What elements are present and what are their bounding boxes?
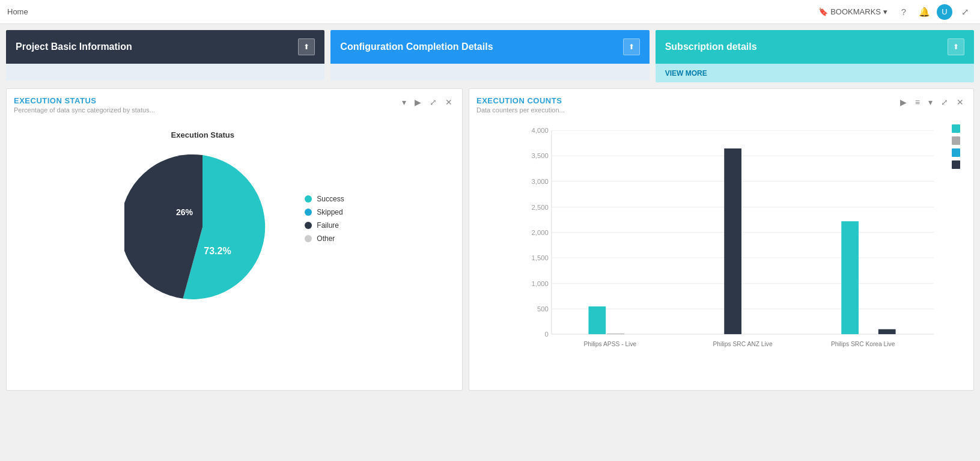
bar-korea-success <box>841 221 859 334</box>
execution-status-header-left: EXECUTION STATUS Percentage of data sync… <box>14 96 155 114</box>
view-more-link[interactable]: VIEW MORE <box>665 69 707 78</box>
legend-success-dot <box>305 195 312 203</box>
subscription-details-card: Subscription details ⬆ VIEW MORE <box>656 30 974 82</box>
cards-row: Project Basic Information ⬆ Configuratio… <box>6 30 974 82</box>
x-label-apss: Philips APSS - Live <box>583 341 636 347</box>
bar-chart-svg: 0 500 1,000 1,500 2,000 2,500 3,000 3,50… <box>513 124 948 359</box>
pie-svg: 73.2% 26% <box>124 149 281 305</box>
bookmarks-button[interactable]: 🔖 BOOKMARKS ▾ <box>815 5 891 19</box>
help-icon[interactable]: ? <box>896 4 912 20</box>
execution-counts-chevron-btn[interactable]: ▾ <box>926 96 935 108</box>
home-label: Home <box>7 7 28 16</box>
y-label-0: 0 <box>544 331 548 338</box>
execution-counts-header: EXECUTION COUNTS Data counters per execu… <box>476 96 966 114</box>
pie-legend: Success Skipped Failure Other <box>305 195 344 243</box>
legend-success-label: Success <box>317 195 344 203</box>
y-label-2000: 2,000 <box>532 229 549 236</box>
bookmark-icon: 🔖 <box>818 7 828 16</box>
config-completion-card: Configuration Completion Details ⬆ <box>330 30 649 82</box>
execution-status-title: EXECUTION STATUS <box>14 96 155 105</box>
execution-status-header: EXECUTION STATUS Percentage of data sync… <box>14 96 455 114</box>
legend-other: Other <box>305 234 344 243</box>
execution-status-close-btn[interactable]: ✕ <box>443 96 455 108</box>
subscription-details-collapse-btn[interactable]: ⬆ <box>948 38 964 55</box>
project-basic-info-body <box>6 64 324 81</box>
execution-status-expand-btn[interactable]: ⤢ <box>427 96 439 108</box>
bar-legend-blue <box>952 148 960 157</box>
bar-legend-teal <box>952 124 960 133</box>
execution-counts-title: EXECUTION COUNTS <box>476 96 565 105</box>
bar-apss-skipped <box>607 334 624 334</box>
pie-container: Execution Status 73.2% <box>14 118 455 319</box>
bar-anz-failure <box>724 148 741 334</box>
pie-chart-title-area: Execution Status 73.2% <box>124 130 281 307</box>
config-completion-header: Configuration Completion Details ⬆ <box>330 30 649 64</box>
bar-korea-failure <box>878 329 896 334</box>
execution-counts-subtitle: Data counters per execution... <box>476 106 565 114</box>
execution-counts-controls: ▶ ≡ ▾ ⤢ ✕ <box>898 96 966 108</box>
execution-counts-menu-btn[interactable]: ≡ <box>913 96 922 108</box>
execution-counts-close-btn[interactable]: ✕ <box>954 96 966 108</box>
main-content: Project Basic Information ⬆ Configuratio… <box>0 24 980 397</box>
x-label-korea: Philips SRC Korea Live <box>831 341 895 347</box>
bell-icon[interactable]: 🔔 <box>916 4 932 20</box>
y-label-2500: 2,500 <box>532 204 549 211</box>
y-label-1000: 1,000 <box>532 280 549 287</box>
execution-counts-play-btn[interactable]: ▶ <box>898 96 909 108</box>
bar-legend-dark <box>952 160 960 169</box>
bar-apss-success <box>588 307 606 334</box>
legend-failure: Failure <box>305 221 344 230</box>
pie-success-label: 73.2% <box>204 246 231 256</box>
execution-status-controls: ▾ ▶ ⤢ ✕ <box>400 96 455 108</box>
expand-icon[interactable]: ⤢ <box>957 4 973 20</box>
subscription-details-body: VIEW MORE <box>656 64 974 82</box>
project-basic-info-header: Project Basic Information ⬆ <box>6 30 324 64</box>
config-completion-body <box>330 64 649 81</box>
legend-skipped: Skipped <box>305 208 344 216</box>
execution-counts-panel: EXECUTION COUNTS Data counters per execu… <box>469 88 974 391</box>
bar-chart-area: 0 500 1,000 1,500 2,000 2,500 3,000 3,50… <box>476 118 966 383</box>
y-label-3000: 3,000 <box>532 178 549 185</box>
execution-counts-header-left: EXECUTION COUNTS Data counters per execu… <box>476 96 565 114</box>
charts-row: EXECUTION STATUS Percentage of data sync… <box>6 88 974 391</box>
legend-success: Success <box>305 195 344 203</box>
bar-legend <box>952 124 960 169</box>
execution-status-chevron-btn[interactable]: ▾ <box>400 96 409 108</box>
subscription-details-title: Subscription details <box>665 41 757 52</box>
legend-skipped-label: Skipped <box>317 208 342 216</box>
config-completion-collapse-btn[interactable]: ⬆ <box>623 38 640 55</box>
y-label-500: 500 <box>537 305 549 313</box>
user-avatar[interactable]: U <box>937 4 952 20</box>
legend-failure-dot <box>305 222 312 229</box>
subscription-details-header: Subscription details ⬆ <box>656 30 974 64</box>
execution-status-panel: EXECUTION STATUS Percentage of data sync… <box>6 88 463 391</box>
execution-counts-expand-btn[interactable]: ⤢ <box>939 96 951 108</box>
pie-failure-label: 26% <box>176 207 193 217</box>
legend-skipped-dot <box>305 209 312 216</box>
project-basic-info-collapse-btn[interactable]: ⬆ <box>298 38 315 55</box>
legend-other-label: Other <box>317 234 335 243</box>
execution-status-subtitle: Percentage of data sync categorized by s… <box>14 106 155 114</box>
legend-other-dot <box>305 235 312 242</box>
config-completion-title: Configuration Completion Details <box>340 41 493 52</box>
y-label-4000: 4,000 <box>532 127 549 134</box>
topbar-actions: 🔖 BOOKMARKS ▾ ? 🔔 U ⤢ <box>815 4 973 20</box>
y-label-1500: 1,500 <box>532 254 549 261</box>
topbar: Home 🔖 BOOKMARKS ▾ ? 🔔 U ⤢ <box>0 0 980 24</box>
project-basic-info-card: Project Basic Information ⬆ <box>6 30 324 82</box>
y-label-3500: 3,500 <box>532 152 549 159</box>
x-label-anz: Philips SRC ANZ Live <box>713 341 772 347</box>
project-basic-info-title: Project Basic Information <box>16 41 132 52</box>
pie-chart-title: Execution Status <box>124 130 281 139</box>
bar-legend-gray <box>952 136 960 145</box>
execution-status-play-btn[interactable]: ▶ <box>412 96 424 108</box>
legend-failure-label: Failure <box>317 221 339 230</box>
